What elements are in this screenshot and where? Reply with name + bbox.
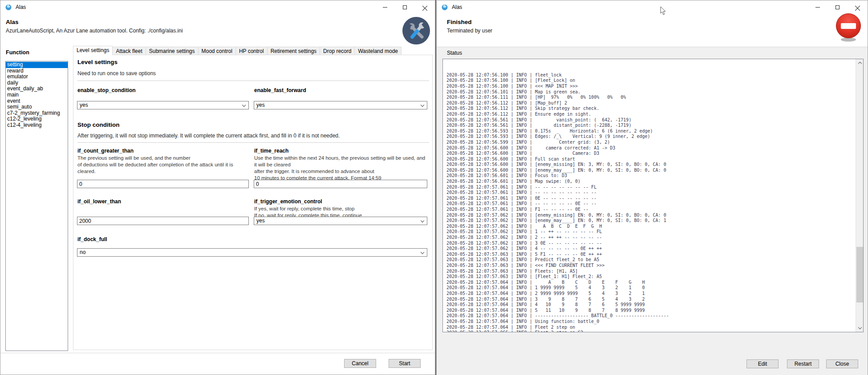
- log-line: 2020-05-28 12:07:57.064 | INFO | 2 9999 …: [446, 291, 856, 297]
- log-line: 2020-05-28 12:07:56.561 | INFO | distant…: [446, 123, 856, 129]
- log-line: 2020-05-28 12:07:56.593 | INFO | 0.175s …: [446, 129, 856, 134]
- status-subtitle: Terminated by user: [447, 28, 492, 34]
- alas-config-window: Alas Alas AzurLaneAutoScript, An Azur La…: [0, 0, 435, 375]
- start-button[interactable]: Start: [389, 359, 421, 368]
- function-list-item[interactable]: reward: [6, 68, 68, 74]
- log-line: 2020-05-28 12:07:57.061 | INFO | F1 -- -…: [446, 207, 856, 213]
- footer-divider: [0, 353, 435, 353]
- settings-tab[interactable]: Wasteland mode: [355, 47, 402, 55]
- log-line: 2020-05-28 12:07:56.101 | INFO | Map is …: [446, 89, 856, 95]
- settings-tab[interactable]: Level settings: [73, 46, 113, 55]
- log-line: 2020-05-28 12:07:57.061 | INFO | -- -- -…: [446, 190, 856, 196]
- cancel-button[interactable]: Cancel: [344, 359, 376, 368]
- label-enable-stop-condition: enable_stop_condition: [77, 87, 136, 93]
- log-line: 2020-05-28 12:07:56.112 | INFO | Ensure …: [446, 112, 856, 117]
- section-desc-stop-condition: After triggering, it will not stop immed…: [77, 133, 340, 139]
- function-list-item[interactable]: emulator: [6, 74, 68, 80]
- maximize-button[interactable]: [827, 0, 848, 14]
- log-line: 2020-05-28 12:07:57.064 | INFO | Using f…: [446, 319, 856, 325]
- function-list[interactable]: settingrewardemulatordailyevent_daily_ab…: [5, 61, 68, 351]
- settings-tab[interactable]: Mood control: [199, 47, 236, 55]
- status-title: Finished: [447, 19, 472, 25]
- log-line: 2020-05-28 12:07:56.112 | INFO | [Map_bu…: [446, 101, 856, 106]
- log-output[interactable]: 2020-05-28 12:07:56.100 | INFO | fleet_l…: [442, 59, 864, 332]
- log-line: 2020-05-28 12:07:57.062 | INFO | A B C D…: [446, 224, 856, 230]
- log-line: 2020-05-28 12:07:56.599 | INFO | Center …: [446, 140, 856, 145]
- log-line: 2020-05-28 12:07:56.100 | INFO | [Fleet_…: [446, 78, 856, 84]
- log-line: 2020-05-28 12:07:56.111 | INFO | [HP] 97…: [446, 95, 856, 101]
- close-icon: [855, 5, 860, 10]
- section-title-level-settings: Level settings: [77, 59, 118, 65]
- label-if-count-greater-than: if_count_greater_than: [77, 148, 134, 154]
- section-desc-level-settings: Need to run once to save options: [77, 70, 156, 77]
- select-value: yes: [80, 102, 88, 108]
- minimize-button[interactable]: [375, 0, 395, 14]
- function-list-item[interactable]: main: [6, 92, 68, 98]
- log-line: 2020-05-28 12:07:57.062 | INFO | [enemy_…: [446, 213, 856, 218]
- restart-button[interactable]: Restart: [787, 359, 819, 368]
- scroll-down-button[interactable]: [856, 324, 864, 332]
- alas-app-icon: [5, 4, 12, 11]
- function-list-item[interactable]: event: [6, 98, 68, 105]
- log-line: 2020-05-28 12:07:56.593 | INFO | Edges: …: [446, 134, 856, 140]
- settings-tabbar: Level settingsAttack fleetSubmarine sett…: [73, 46, 402, 55]
- function-list-item[interactable]: c7-2_mystery_farming: [6, 110, 68, 117]
- input-if-time-reach[interactable]: [254, 180, 427, 188]
- function-list-item[interactable]: daily: [6, 80, 68, 86]
- log-line: 2020-05-28 12:07:57.064 | INFO | Fleet 2…: [446, 325, 856, 331]
- label-if-time-reach: if_time_reach: [254, 148, 288, 154]
- minimize-button[interactable]: [807, 0, 827, 14]
- scroll-up-button[interactable]: [856, 59, 864, 67]
- settings-tab[interactable]: Submarine settings: [146, 47, 199, 55]
- alas-app-icon: [441, 4, 448, 11]
- titlebar: Alas: [0, 0, 435, 14]
- status-panel: Status 2020-05-28 12:07:56.100 | INFO | …: [437, 47, 868, 375]
- select-enable-fast-forward[interactable]: yes: [254, 101, 427, 109]
- select-value: yes: [256, 218, 265, 224]
- select-if-dock-full[interactable]: no: [77, 248, 427, 257]
- log-line: 2020-05-28 12:07:56.600 | INFO | [enemy_…: [446, 162, 856, 168]
- header-title: Alas: [6, 19, 19, 25]
- function-list-item[interactable]: semi_auto: [6, 104, 68, 110]
- divider: [77, 81, 429, 81]
- close-action-button[interactable]: Close: [826, 359, 858, 368]
- log-line: 2020-05-28 12:07:57.062 | INFO | [enemy_…: [446, 218, 856, 224]
- settings-tab[interactable]: Drop record: [320, 47, 355, 55]
- log-line: 2020-05-28 12:07:57.062 | INFO | 3 0E --…: [446, 241, 856, 246]
- chevron-up-icon: [858, 62, 862, 65]
- log-line: 2020-05-28 12:07:57.063 | INFO | Predict…: [446, 257, 856, 263]
- log-line: 2020-05-28 12:07:57.063 | INFO | [Fleet_…: [446, 274, 856, 280]
- settings-tab[interactable]: Attack fleet: [113, 47, 146, 55]
- edit-button[interactable]: Edit: [746, 359, 779, 368]
- select-enable-stop-condition[interactable]: yes: [77, 101, 249, 109]
- alas-run-window: Alas Finished Terminated by user Status …: [436, 0, 868, 375]
- log-line: 2020-05-28 12:07:57.064 | INFO | -------…: [446, 313, 856, 319]
- close-button[interactable]: [415, 0, 435, 14]
- label-if-trigger-emotion-control: if_trigger_emotion_control: [254, 198, 322, 205]
- function-list-item[interactable]: setting: [6, 62, 68, 68]
- function-list-item[interactable]: c12-2_leveling: [6, 116, 68, 122]
- log-line: 2020-05-28 12:07:56.601 | INFO | Map swi…: [446, 179, 856, 185]
- maximize-button[interactable]: [395, 0, 415, 14]
- select-if-trigger-emotion-control[interactable]: yes: [254, 217, 427, 225]
- log-scrollbar[interactable]: [856, 59, 863, 332]
- log-line: 2020-05-28 12:07:56.100 | INFO | <<< MAP…: [446, 84, 856, 89]
- log-line: 2020-05-28 12:07:57.064 | INFO | 1 9999 …: [446, 285, 856, 291]
- settings-tab[interactable]: Retirement settings: [268, 47, 320, 55]
- desc-if-time-reach: Use the time within the next 24 hours, t…: [254, 155, 429, 181]
- settings-tab[interactable]: HP control: [236, 47, 268, 55]
- maximize-icon: [836, 5, 840, 9]
- input-if-oil-lower-than[interactable]: [77, 217, 249, 225]
- log-line: 2020-05-28 12:07:57.064 | INFO | 4 10 9 …: [446, 302, 856, 308]
- mouse-cursor: [660, 6, 666, 16]
- section-title-stop-condition: Stop condition: [77, 121, 119, 128]
- function-list-item[interactable]: c12-4_leveling: [6, 122, 68, 129]
- chevron-down-icon: [421, 103, 424, 107]
- scrollbar-thumb[interactable]: [856, 247, 863, 302]
- close-button[interactable]: [848, 0, 868, 14]
- log-line: 2020-05-28 12:07:57.064 | INFO | 5 11 10…: [446, 308, 856, 314]
- function-panel-label: Function: [6, 49, 29, 56]
- input-if-count-greater-than[interactable]: [77, 180, 249, 188]
- log-line: 2020-05-28 12:07:57.064 | INFO | 3 9 8 7…: [446, 297, 856, 302]
- function-list-item[interactable]: event_daily_ab: [6, 86, 68, 92]
